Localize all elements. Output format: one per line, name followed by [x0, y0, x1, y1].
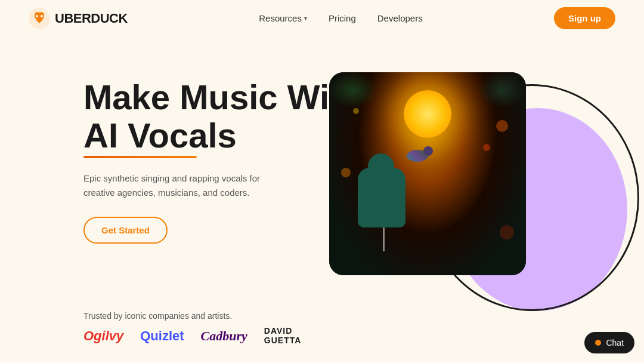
bokeh-3 — [341, 168, 351, 177]
logo-icon — [29, 8, 50, 29]
svg-point-2 — [41, 15, 43, 17]
ai-music-scene — [329, 72, 526, 275]
logo-text: UBERDUCK — [55, 11, 128, 26]
bokeh-1 — [496, 120, 508, 132]
bird-figure — [407, 150, 428, 162]
resources-link[interactable]: Resources ▾ — [259, 13, 307, 23]
get-started-button[interactable]: Get Started — [83, 217, 168, 244]
bokeh-2 — [483, 144, 490, 151]
signup-button[interactable]: Sign up — [554, 7, 615, 29]
title-underline — [83, 156, 197, 158]
bird-head — [423, 146, 433, 156]
logo[interactable]: UBERDUCK — [29, 8, 128, 29]
navbar: UBERDUCK Resources ▾ Pricing Developers … — [0, 0, 644, 36]
nav-links: Resources ▾ Pricing Developers — [259, 13, 422, 23]
hero-image-card — [329, 72, 526, 275]
person-body — [358, 168, 405, 227]
brand-logos: Ogilvy Quizlet Cadbury DAVIDGUETTA — [83, 327, 301, 345]
developers-link[interactable]: Developers — [377, 13, 423, 23]
bokeh-4 — [353, 108, 359, 114]
chat-label: Chat — [606, 338, 624, 347]
nav-right: Sign up — [554, 7, 615, 29]
trusted-section: Trusted by iconic companies and artists.… — [83, 311, 301, 345]
hero-subtitle: Epic synthetic singing and rapping vocal… — [83, 171, 262, 200]
chevron-down-icon: ▾ — [304, 15, 307, 21]
brand-cadbury: Cadbury — [201, 328, 247, 344]
chat-dot-icon — [595, 340, 601, 346]
chat-button[interactable]: Chat — [584, 332, 634, 353]
svg-point-1 — [36, 15, 38, 17]
brand-ogilvy: Ogilvy — [83, 328, 123, 344]
foliage-left — [329, 72, 377, 108]
hero-image-area — [329, 72, 615, 359]
hero-section: Make Music With AI Vocals Epic synthetic… — [0, 36, 644, 244]
foliage-right — [478, 72, 526, 108]
trusted-heading: Trusted by iconic companies and artists. — [83, 311, 301, 321]
brand-david-guetta: DAVIDGUETTA — [264, 327, 302, 345]
pricing-link[interactable]: Pricing — [329, 13, 356, 23]
sun-orb — [404, 90, 451, 138]
hero-title-line2: AI Vocals — [83, 116, 237, 155]
bokeh-5 — [500, 225, 514, 239]
brand-quizlet: Quizlet — [140, 328, 184, 344]
